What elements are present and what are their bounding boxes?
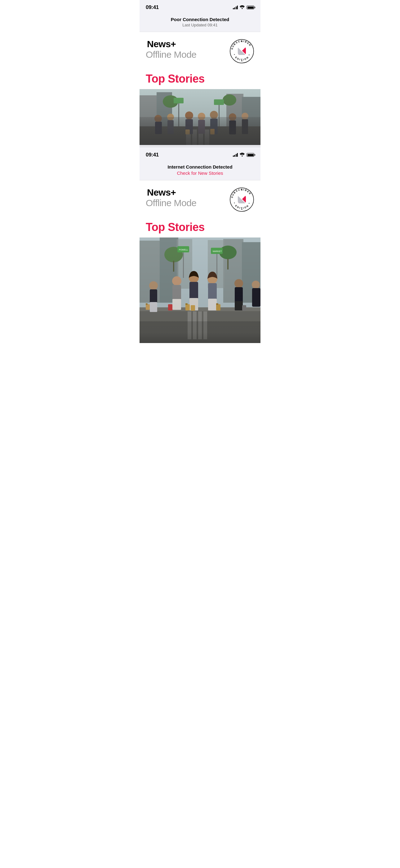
app-header-1: News+ Offline Mode SUBSCRIBER * EDITION …: [139, 32, 261, 69]
svg-rect-37: [210, 129, 214, 134]
notification-banner-2: Internet Connection Detected Check for N…: [139, 161, 261, 180]
story-image-1: [139, 89, 261, 145]
notification-title-1: Poor Connection Detected: [146, 17, 254, 22]
status-icons-1: [233, 5, 255, 10]
svg-point-46: [241, 190, 242, 191]
battery-icon-2: [246, 153, 254, 157]
section-title-1: Top Stories: [146, 72, 254, 85]
app-title-2: News+: [146, 187, 197, 198]
check-stories-link[interactable]: Check for New Stories: [146, 170, 254, 176]
svg-rect-18: [186, 129, 191, 145]
svg-point-3: [241, 41, 242, 42]
status-bar-1: 09:41: [139, 0, 261, 14]
svg-rect-27: [186, 119, 193, 134]
svg-rect-42: [139, 89, 261, 145]
signal-icon-2: [233, 153, 238, 157]
svg-rect-25: [167, 120, 174, 134]
screen-2: 09:41 Internet Connection Detected Check…: [139, 148, 261, 343]
notification-title-2: Internet Connection Detected: [146, 164, 254, 169]
section-header-1: Top Stories: [139, 69, 261, 89]
status-icons-2: [233, 153, 255, 157]
offline-mode-text-2: Offline Mode: [146, 198, 197, 208]
svg-rect-36: [186, 129, 190, 134]
app-title-1: News+: [146, 39, 197, 49]
wifi-icon-1: [240, 5, 245, 10]
svg-point-4: [241, 61, 242, 61]
signal-icon-1: [233, 6, 238, 9]
section-title-2: Top Stories: [146, 221, 254, 234]
app-title-block-2: News+ Offline Mode: [146, 187, 197, 208]
screen-divider: [139, 145, 261, 148]
subscriber-badge-svg-2: SUBSCRIBER * EDITION *: [229, 187, 254, 212]
status-time-1: 09:41: [146, 4, 159, 10]
news-plus-text-1: News+: [147, 39, 176, 49]
svg-rect-23: [155, 122, 162, 134]
status-bar-2: 09:41: [139, 148, 261, 161]
subscriber-badge-1: SUBSCRIBER * EDITION *: [229, 39, 254, 64]
notification-subtitle-1: Last Updated 09:41: [146, 23, 254, 27]
svg-rect-17: [139, 126, 261, 145]
street-scene-1: [139, 89, 261, 145]
offline-mode-text-1: Offline Mode: [146, 49, 197, 60]
app-title-block-1: News+ Offline Mode: [146, 39, 197, 60]
story-svg-2: POWELL MARKET: [139, 238, 261, 343]
app-header-2: News+ Offline Mode SUBSCRIBER * EDITION …: [139, 180, 261, 218]
section-header-2: Top Stories: [139, 218, 261, 238]
svg-rect-31: [210, 119, 218, 134]
status-time-2: 09:41: [146, 152, 159, 158]
svg-rect-19: [192, 129, 197, 145]
svg-rect-21: [205, 129, 209, 145]
large-story-image: POWELL MARKET: [139, 238, 261, 343]
svg-rect-20: [198, 129, 203, 145]
battery-icon-1: [246, 6, 254, 9]
svg-rect-33: [229, 120, 236, 134]
wifi-icon-2: [240, 153, 245, 157]
svg-point-47: [241, 209, 242, 210]
subscriber-badge-2: SUBSCRIBER * EDITION *: [229, 187, 254, 212]
screen-1: 09:41 Poor Connection Detected Last Upda…: [139, 0, 261, 145]
subscriber-badge-svg-1: SUBSCRIBER * EDITION *: [229, 39, 254, 64]
news-plus-text-2: News+: [147, 187, 176, 198]
story-svg-1: [139, 89, 261, 145]
svg-rect-29: [198, 120, 205, 134]
svg-rect-103: [139, 238, 261, 343]
notification-banner-1: Poor Connection Detected Last Updated 09…: [139, 14, 261, 32]
svg-rect-35: [242, 119, 248, 134]
